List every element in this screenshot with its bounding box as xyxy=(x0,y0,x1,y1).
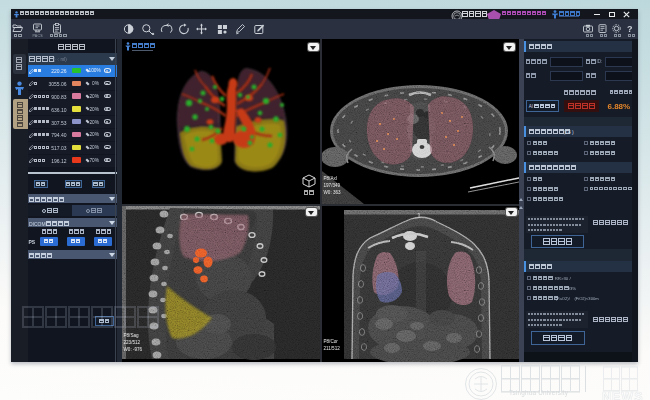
svg-text:1: 1 xyxy=(417,212,421,219)
svg-text:?: ? xyxy=(627,24,633,33)
